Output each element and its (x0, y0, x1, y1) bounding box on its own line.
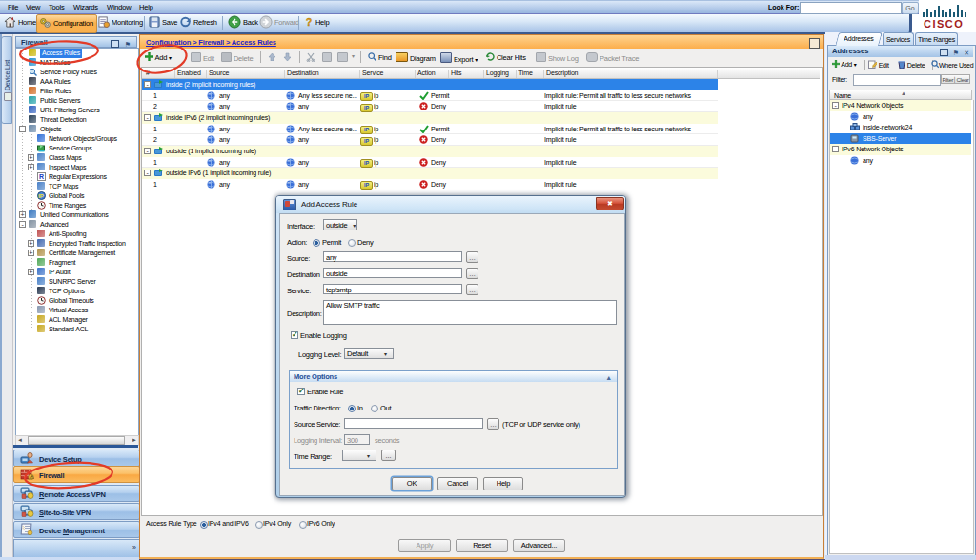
svg-text:⚠: ⚠ (30, 474, 34, 480)
svg-text:CISCO: CISCO (924, 18, 964, 30)
svg-text:?: ? (306, 16, 312, 28)
svg-text:IP: IP (38, 193, 43, 199)
